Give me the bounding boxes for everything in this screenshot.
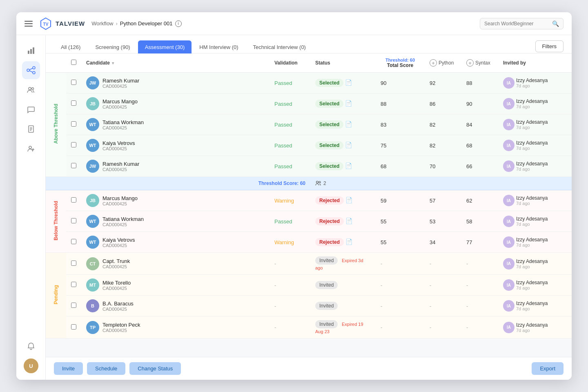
invited-by-name: Izzy Adesanya (516, 216, 548, 222)
hamburger-menu[interactable] (24, 21, 33, 27)
info-icon[interactable]: i (175, 20, 182, 27)
document-icon[interactable]: 📄 (345, 142, 352, 148)
svg-rect-3 (30, 49, 32, 54)
invited-by-cell: IA Izzy Adesanya 7d ago (498, 114, 572, 135)
candidate-id: CAD000425 (102, 286, 131, 291)
row-checkbox[interactable] (71, 239, 76, 244)
invited-by-name: Izzy Adesanya (516, 280, 548, 285)
document-icon[interactable]: 📄 (345, 163, 352, 169)
candidate-cell: WT Kaiya Vetrovs CAD000425 (81, 135, 270, 156)
sidebar-item-document[interactable] (22, 120, 40, 138)
candidate-avatar: B (86, 299, 99, 312)
score-cell: 55 (376, 232, 425, 253)
validation-cell: Passed (270, 156, 310, 177)
row-checkbox[interactable] (71, 121, 76, 127)
add-syntax-col[interactable]: + Syntax (466, 59, 493, 67)
python-score-cell: - (425, 316, 461, 339)
invited-by-name: Izzy Adesanya (516, 98, 548, 104)
candidate-info: Kaiya Vetrovs CAD000425 (102, 140, 135, 151)
document-icon[interactable]: 📄 (345, 197, 352, 203)
invited-by-time: 7d ago (516, 264, 548, 269)
syntax-score-cell: 62 (461, 190, 498, 211)
status-badge: Selected (315, 141, 343, 149)
breadcrumb-workflow[interactable]: Workflow (91, 20, 113, 27)
candidate-info: B.A. Baracus CAD000425 (102, 301, 134, 312)
document-icon[interactable]: 📄 (345, 79, 352, 86)
plus-icon-2: + (466, 59, 474, 67)
row-checkbox[interactable] (71, 261, 76, 266)
status-badge: Selected (315, 79, 343, 87)
threshold-score-text: Threshold Score: 60 (81, 177, 310, 190)
row-checkbox[interactable] (71, 80, 76, 85)
table-row: WT Kaiya Vetrovs CAD000425 Warning Rejec… (46, 232, 572, 253)
row-checkbox[interactable] (71, 282, 76, 287)
table-row: MT Mike Torello CAD000425 - Invited - - … (46, 275, 572, 296)
invited-by-info: Izzy Adesanya 7d ago (516, 195, 548, 206)
topbar-right: 🔍 (480, 18, 564, 29)
sidebar-item-users[interactable] (22, 81, 40, 99)
svg-rect-2 (28, 51, 29, 54)
change-status-button[interactable]: Change Status (129, 362, 181, 375)
row-checkbox[interactable] (71, 303, 76, 308)
filters-area: Filters (535, 40, 564, 53)
score-cell: - (376, 316, 425, 339)
row-checkbox[interactable] (71, 163, 76, 168)
candidate-id: CAD000425 (102, 125, 144, 130)
export-button[interactable]: Export (532, 362, 564, 375)
score-cell: 90 (376, 73, 425, 94)
th-candidate: Candidate ▾ (81, 53, 270, 73)
invited-by-name: Izzy Adesanya (516, 119, 548, 125)
filters-button[interactable]: Filters (535, 40, 564, 52)
table-body: Above Threshold JW Ramesh Kumar CAD00042… (46, 73, 572, 339)
row-checkbox[interactable] (71, 142, 76, 147)
validation-status: Passed (274, 218, 292, 225)
invited-by-avatar: IA (503, 77, 514, 89)
candidate-info: Capt. Trunk CAD000425 (102, 258, 130, 269)
invited-by-time: 7d ago (516, 125, 548, 130)
row-checkbox[interactable] (71, 218, 76, 223)
search-box[interactable]: 🔍 (480, 18, 564, 29)
table-row: Above Threshold JW Ramesh Kumar CAD00042… (46, 73, 572, 94)
invited-by-avatar: IA (503, 300, 514, 312)
invited-by-info: Izzy Adesanya 7d ago (516, 216, 548, 227)
candidate-cell: TP Templeton Peck CAD000425 (81, 316, 270, 339)
add-python-col[interactable]: + Python (430, 59, 457, 67)
invited-by-time: 7d ago (516, 243, 548, 247)
tab-hm-interview[interactable]: HM Interview (0) (192, 40, 245, 53)
candidate-info: Marcus Mango CAD000425 (102, 98, 138, 109)
tab-screening[interactable]: Screening (90) (88, 40, 137, 53)
invited-by-avatar: IA (503, 322, 514, 333)
row-checkbox[interactable] (71, 197, 76, 203)
sidebar-item-chart[interactable] (22, 42, 40, 60)
document-icon[interactable]: 📄 (345, 238, 352, 245)
tab-assessment[interactable]: Assessment (30) (138, 40, 192, 53)
sidebar-item-bell[interactable] (22, 337, 40, 355)
candidate-id: CAD000425 (102, 307, 134, 312)
validation-dash: - (274, 261, 276, 267)
sidebar-item-workflow[interactable] (22, 61, 40, 79)
candidate-avatar: JW (86, 76, 99, 89)
schedule-button[interactable]: Schedule (87, 362, 125, 375)
document-icon[interactable]: 📄 (345, 218, 352, 224)
validation-status: Passed (274, 163, 292, 169)
invited-by-cell: IA Izzy Adesanya 7d ago (498, 211, 572, 232)
candidate-cell: WT Tatiana Workman CAD000425 (81, 114, 270, 135)
row-checkbox[interactable] (71, 324, 76, 330)
invited-by-avatar: IA (503, 258, 514, 270)
sidebar-item-chat[interactable] (22, 100, 40, 118)
invite-button[interactable]: Invite (54, 362, 83, 375)
invited-by-name: Izzy Adesanya (516, 322, 548, 328)
sidebar-item-person-add[interactable] (22, 140, 40, 158)
row-checkbox[interactable] (71, 100, 76, 106)
select-all-checkbox[interactable] (71, 60, 76, 65)
tab-technical[interactable]: Technical Interview (0) (246, 40, 313, 53)
invited-by-name: Izzy Adesanya (516, 237, 548, 243)
row-checkbox-cell (66, 94, 81, 114)
tab-all[interactable]: All (126) (54, 40, 87, 53)
document-icon[interactable]: 📄 (345, 100, 352, 107)
document-icon[interactable]: 📄 (345, 121, 352, 127)
search-input[interactable] (484, 21, 550, 27)
candidate-cell: WT Tatiana Workman CAD000425 (81, 211, 270, 232)
user-avatar[interactable]: U (24, 359, 38, 373)
candidate-id: CAD000425 (102, 105, 138, 109)
